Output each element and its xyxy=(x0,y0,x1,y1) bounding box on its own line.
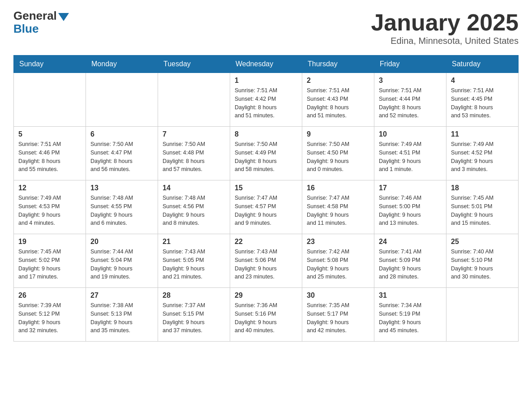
calendar-table: SundayMondayTuesdayWednesdayThursdayFrid… xyxy=(13,55,519,342)
weekday-header-row: SundayMondayTuesdayWednesdayThursdayFrid… xyxy=(14,56,519,73)
calendar-week-1: 1Sunrise: 7:51 AMSunset: 4:42 PMDaylight… xyxy=(14,73,519,127)
calendar-day-2: 2Sunrise: 7:51 AMSunset: 4:43 PMDaylight… xyxy=(302,73,374,127)
day-info: Sunrise: 7:48 AMSunset: 4:55 PMDaylight:… xyxy=(90,194,153,227)
calendar-day-11: 11Sunrise: 7:49 AMSunset: 4:52 PMDayligh… xyxy=(446,127,519,180)
day-info: Sunrise: 7:47 AMSunset: 4:57 PMDaylight:… xyxy=(235,194,297,227)
calendar-day-5: 5Sunrise: 7:51 AMSunset: 4:46 PMDaylight… xyxy=(14,127,86,180)
day-number: 8 xyxy=(235,130,297,138)
calendar-day-6: 6Sunrise: 7:50 AMSunset: 4:47 PMDaylight… xyxy=(86,127,158,180)
logo: General Blue xyxy=(13,9,69,36)
day-info: Sunrise: 7:45 AMSunset: 5:01 PMDaylight:… xyxy=(451,194,514,227)
day-info: Sunrise: 7:50 AMSunset: 4:50 PMDaylight:… xyxy=(307,140,369,174)
day-info: Sunrise: 7:38 AMSunset: 5:13 PMDaylight:… xyxy=(90,301,153,335)
day-info: Sunrise: 7:36 AMSunset: 5:16 PMDaylight:… xyxy=(235,301,297,335)
day-number: 23 xyxy=(307,238,369,246)
calendar-day-14: 14Sunrise: 7:48 AMSunset: 4:56 PMDayligh… xyxy=(158,180,230,234)
day-number: 29 xyxy=(235,291,297,300)
day-info: Sunrise: 7:51 AMSunset: 4:44 PMDaylight:… xyxy=(379,86,442,120)
weekday-header-thursday: Thursday xyxy=(302,56,374,73)
day-number: 9 xyxy=(307,130,369,138)
calendar-day-15: 15Sunrise: 7:47 AMSunset: 4:57 PMDayligh… xyxy=(230,180,302,234)
day-number: 11 xyxy=(451,130,514,138)
day-number: 17 xyxy=(379,184,442,192)
calendar-day-3: 3Sunrise: 7:51 AMSunset: 4:44 PMDaylight… xyxy=(374,73,446,127)
calendar-day-17: 17Sunrise: 7:46 AMSunset: 5:00 PMDayligh… xyxy=(374,180,446,234)
day-number: 27 xyxy=(90,291,153,300)
day-info: Sunrise: 7:46 AMSunset: 5:00 PMDaylight:… xyxy=(379,194,442,227)
day-number: 5 xyxy=(18,130,81,138)
day-info: Sunrise: 7:39 AMSunset: 5:12 PMDaylight:… xyxy=(18,301,81,335)
calendar-day-23: 23Sunrise: 7:42 AMSunset: 5:08 PMDayligh… xyxy=(302,234,374,288)
calendar-day-12: 12Sunrise: 7:49 AMSunset: 4:53 PMDayligh… xyxy=(14,180,86,234)
month-title: January 2025 xyxy=(371,9,519,36)
day-number: 25 xyxy=(451,238,514,246)
calendar-day-18: 18Sunrise: 7:45 AMSunset: 5:01 PMDayligh… xyxy=(446,180,519,234)
day-number: 21 xyxy=(163,238,225,246)
calendar-day-19: 19Sunrise: 7:45 AMSunset: 5:02 PMDayligh… xyxy=(14,234,86,288)
day-info: Sunrise: 7:49 AMSunset: 4:53 PMDaylight:… xyxy=(18,194,81,227)
calendar-week-2: 5Sunrise: 7:51 AMSunset: 4:46 PMDaylight… xyxy=(14,127,519,180)
weekday-header-wednesday: Wednesday xyxy=(230,56,302,73)
day-number: 4 xyxy=(451,77,514,85)
day-number: 22 xyxy=(235,238,297,246)
title-section: January 2025 Edina, Minnesota, United St… xyxy=(371,9,519,46)
calendar-week-3: 12Sunrise: 7:49 AMSunset: 4:53 PMDayligh… xyxy=(14,180,519,234)
weekday-header-saturday: Saturday xyxy=(446,56,519,73)
calendar-day-26: 26Sunrise: 7:39 AMSunset: 5:12 PMDayligh… xyxy=(14,288,86,342)
day-info: Sunrise: 7:42 AMSunset: 5:08 PMDaylight:… xyxy=(307,248,369,281)
logo-triangle-icon xyxy=(58,13,69,21)
day-number: 28 xyxy=(163,291,225,300)
day-number: 3 xyxy=(379,77,442,85)
day-number: 16 xyxy=(307,184,369,192)
day-info: Sunrise: 7:50 AMSunset: 4:48 PMDaylight:… xyxy=(163,140,225,174)
calendar-day-22: 22Sunrise: 7:43 AMSunset: 5:06 PMDayligh… xyxy=(230,234,302,288)
day-info: Sunrise: 7:51 AMSunset: 4:43 PMDaylight:… xyxy=(307,86,369,120)
logo-general-text: General xyxy=(13,9,57,23)
calendar-week-4: 19Sunrise: 7:45 AMSunset: 5:02 PMDayligh… xyxy=(14,234,519,288)
day-number: 15 xyxy=(235,184,297,192)
logo-blue-text: Blue xyxy=(13,22,39,36)
weekday-header-sunday: Sunday xyxy=(14,56,86,73)
day-info: Sunrise: 7:49 AMSunset: 4:52 PMDaylight:… xyxy=(451,140,514,174)
calendar-day-21: 21Sunrise: 7:43 AMSunset: 5:05 PMDayligh… xyxy=(158,234,230,288)
day-number: 18 xyxy=(451,184,514,192)
day-info: Sunrise: 7:34 AMSunset: 5:19 PMDaylight:… xyxy=(379,301,442,335)
day-number: 20 xyxy=(90,238,153,246)
calendar-day-1: 1Sunrise: 7:51 AMSunset: 4:42 PMDaylight… xyxy=(230,73,302,127)
calendar-day-10: 10Sunrise: 7:49 AMSunset: 4:51 PMDayligh… xyxy=(374,127,446,180)
day-info: Sunrise: 7:43 AMSunset: 5:06 PMDaylight:… xyxy=(235,248,297,281)
calendar-day-28: 28Sunrise: 7:37 AMSunset: 5:15 PMDayligh… xyxy=(158,288,230,342)
calendar-day-13: 13Sunrise: 7:48 AMSunset: 4:55 PMDayligh… xyxy=(86,180,158,234)
calendar-day-25: 25Sunrise: 7:40 AMSunset: 5:10 PMDayligh… xyxy=(446,234,519,288)
day-number: 31 xyxy=(379,291,442,300)
day-number: 10 xyxy=(379,130,442,138)
day-number: 12 xyxy=(18,184,81,192)
day-info: Sunrise: 7:51 AMSunset: 4:46 PMDaylight:… xyxy=(18,140,81,174)
day-info: Sunrise: 7:49 AMSunset: 4:51 PMDaylight:… xyxy=(379,140,442,174)
day-info: Sunrise: 7:50 AMSunset: 4:49 PMDaylight:… xyxy=(235,140,297,174)
calendar-empty-cell xyxy=(86,73,158,127)
day-info: Sunrise: 7:41 AMSunset: 5:09 PMDaylight:… xyxy=(379,248,442,281)
day-number: 26 xyxy=(18,291,81,300)
calendar-day-31: 31Sunrise: 7:34 AMSunset: 5:19 PMDayligh… xyxy=(374,288,446,342)
day-info: Sunrise: 7:48 AMSunset: 4:56 PMDaylight:… xyxy=(163,194,225,227)
day-number: 19 xyxy=(18,238,81,246)
calendar-day-7: 7Sunrise: 7:50 AMSunset: 4:48 PMDaylight… xyxy=(158,127,230,180)
weekday-header-friday: Friday xyxy=(374,56,446,73)
calendar-empty-cell xyxy=(446,288,519,342)
day-number: 7 xyxy=(163,130,225,138)
calendar-empty-cell xyxy=(158,73,230,127)
page-header: General Blue January 2025 Edina, Minneso… xyxy=(13,9,519,46)
day-number: 30 xyxy=(307,291,369,300)
day-info: Sunrise: 7:51 AMSunset: 4:45 PMDaylight:… xyxy=(451,86,514,120)
calendar-day-27: 27Sunrise: 7:38 AMSunset: 5:13 PMDayligh… xyxy=(86,288,158,342)
day-number: 13 xyxy=(90,184,153,192)
day-info: Sunrise: 7:37 AMSunset: 5:15 PMDaylight:… xyxy=(163,301,225,335)
day-info: Sunrise: 7:44 AMSunset: 5:04 PMDaylight:… xyxy=(90,248,153,281)
calendar-week-5: 26Sunrise: 7:39 AMSunset: 5:12 PMDayligh… xyxy=(14,288,519,342)
calendar-day-20: 20Sunrise: 7:44 AMSunset: 5:04 PMDayligh… xyxy=(86,234,158,288)
day-info: Sunrise: 7:40 AMSunset: 5:10 PMDaylight:… xyxy=(451,248,514,281)
day-info: Sunrise: 7:47 AMSunset: 4:58 PMDaylight:… xyxy=(307,194,369,227)
calendar-day-4: 4Sunrise: 7:51 AMSunset: 4:45 PMDaylight… xyxy=(446,73,519,127)
day-info: Sunrise: 7:50 AMSunset: 4:47 PMDaylight:… xyxy=(90,140,153,174)
